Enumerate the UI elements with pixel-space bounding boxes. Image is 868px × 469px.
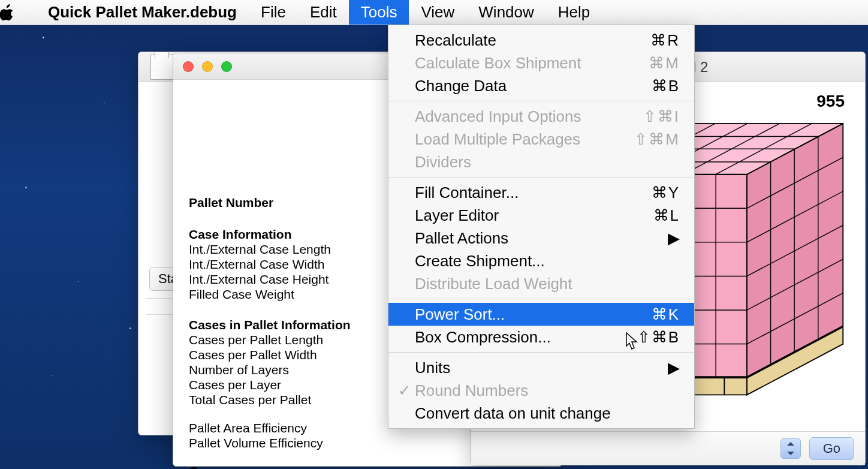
tools-dropdown: Recalculate⌘RCalculate Box Shipment⌘MCha… [388,25,695,429]
apple-menu-icon[interactable] [0,4,36,21]
menu-separator [388,299,694,299]
menu-shortcut: ⌘R [650,31,680,50]
check-icon: ✓ [398,381,411,400]
menu-item-layer-editor[interactable]: Layer Editor⌘L [388,204,694,227]
menu-item-label: Calculate Box Shipment [415,54,649,73]
menu-item-box-compression[interactable]: Box Compression...⇧⌘B [388,326,694,348]
menu-item-label: Advanced Input Options [415,107,643,126]
results-value: 955 [816,92,845,111]
menu-item-pallet-actions[interactable]: Pallet Actions▶ [388,227,694,249]
menu-shortcut: ⌘B [652,77,680,95]
menu-separator [388,352,694,353]
menu-help[interactable]: Help [546,0,602,25]
traffic-lights [183,61,232,72]
menu-shortcut: ⌘L [653,206,680,225]
go-button[interactable]: Go [809,437,854,460]
menu-item-label: Create Shipment... [415,252,680,270]
menu-item-recalculate[interactable]: Recalculate⌘R [388,29,694,52]
menu-edit[interactable]: Edit [298,0,349,25]
menu-item-load-multiple-packages: Load Multiple Packages⇧⌘M [388,128,694,151]
menu-item-label: Pallet Actions [415,229,680,248]
menu-item-fill-container[interactable]: Fill Container...⌘Y [388,181,694,204]
menu-item-label: Units [415,359,680,377]
menu-item-advanced-input-options: Advanced Input Options⇧⌘I [388,105,694,128]
menu-window[interactable]: Window [466,0,545,25]
menu-item-power-sort[interactable]: Power Sort...⌘K [388,303,694,326]
menu-tools[interactable]: Tools [349,0,409,25]
close-icon[interactable] [183,61,194,72]
results-stepper[interactable] [780,438,801,459]
menu-shortcut: ⇧⌘I [643,107,680,126]
menu-shortcut: ⌘M [649,54,680,73]
menu-item-round-numbers: ✓Round Numbers [388,379,694,402]
zoom-icon[interactable] [221,61,232,72]
menu-shortcut: ⇧⌘B [637,328,680,347]
menu-item-label: Convert data on unit change [415,404,680,423]
menu-item-label: Distribute Load Weight [415,275,680,293]
menu-item-label: Load Multiple Packages [415,130,634,149]
menu-file[interactable]: File [249,0,298,25]
menu-item-label: Power Sort... [415,305,652,324]
menu-item-label: Change Data [415,77,652,95]
menu-item-distribute-load-weight: Distribute Load Weight [388,272,694,295]
menu-item-dividers: Dividers [388,151,694,173]
menu-item-create-shipment[interactable]: Create Shipment... [388,249,694,272]
menu-separator [388,177,694,178]
menu-item-label: Recalculate [415,31,650,50]
menu-shortcut: ⌘K [652,305,680,324]
cursor-icon [626,332,639,350]
menu-item-label: Dividers [415,153,680,172]
menu-shortcut: ⇧⌘M [634,130,680,149]
menu-item-change-data[interactable]: Change Data⌘B [388,74,694,97]
menu-item-label: Round Numbers [415,381,680,400]
app-name[interactable]: Quick Pallet Maker.debug [36,0,249,25]
menu-item-convert-data-on-unit-change[interactable]: Convert data on unit change [388,402,694,425]
minimize-icon[interactable] [202,61,213,72]
menu-shortcut: ⌘Y [652,184,680,202]
menubar: Quick Pallet Maker.debug File Edit Tools… [0,0,868,25]
menu-separator [388,101,694,101]
menu-view[interactable]: View [409,0,466,25]
submenu-arrow-icon: ▶ [668,229,680,248]
menu-item-label: Layer Editor [415,206,653,225]
menu-item-units[interactable]: Units▶ [388,356,694,379]
results-bottombar: Go [471,431,865,465]
menu-item-label: Fill Container... [415,184,652,202]
menu-item-calculate-box-shipment: Calculate Box Shipment⌘M [388,52,694,74]
menu-item-label: Box Compression... [415,328,637,347]
submenu-arrow-icon: ▶ [668,359,680,377]
